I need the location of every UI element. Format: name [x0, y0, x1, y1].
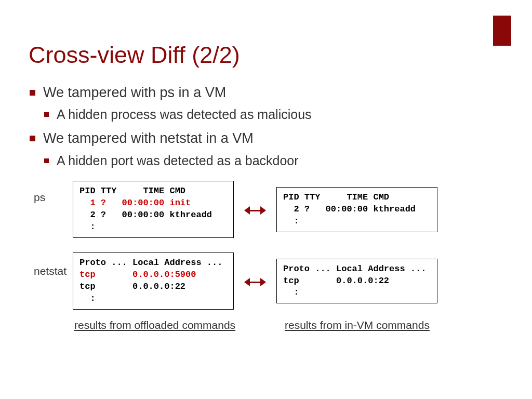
bullet-1: We tampered with ps in a VM A hidden pro… — [29, 83, 506, 124]
netstat-row: netstat Proto ... Local Address ... tcp … — [29, 252, 506, 310]
subbullets-2: A hidden port was detected as a backdoor — [43, 152, 506, 170]
accent-block — [493, 16, 511, 46]
bullet-1-text: We tampered with ps in a VM — [43, 85, 226, 100]
slide-title: Cross-view Diff (2/2) — [29, 42, 506, 69]
ps-right-header: PID TTY TIME CMD — [283, 192, 389, 202]
net-left-line1a: tcp — [79, 270, 96, 280]
bullet-2-text: We tampered with netstat in a VM — [43, 130, 254, 146]
netstat-left-box: Proto ... Local Address ... tcp 0.0.0.0:… — [73, 252, 234, 310]
captions-row: results from offloaded commands results … — [74, 319, 506, 331]
double-arrow-icon — [244, 202, 266, 217]
caption-left: results from offloaded commands — [74, 319, 259, 331]
caption-right: results from in-VM commands — [285, 319, 430, 331]
net-left-header: Proto ... Local Address ... — [79, 258, 222, 268]
netstat-group: Proto ... Local Address ... tcp 0.0.0.0:… — [73, 252, 437, 310]
netstat-right-box: Proto ... Local Address ... tcp 0.0.0.0:… — [276, 259, 437, 304]
net-right-line2: : — [283, 287, 299, 297]
subbullet-1a: A hidden process was detected as malicio… — [43, 106, 506, 124]
ps-left-box: PID TTY TIME CMD 1 ? 00:00:00 init 2 ? 0… — [73, 181, 234, 238]
net-left-line1b: 0.0.0.0:5900 — [96, 270, 196, 280]
slide: Cross-view Diff (2/2) We tampered with p… — [0, 0, 532, 331]
net-left-line2: tcp 0.0.0.0:22 — [79, 282, 185, 291]
double-arrow-icon — [244, 273, 266, 289]
ps-left-line1: 1 ? 00:00:00 init — [79, 198, 191, 208]
subbullets-1: A hidden process was detected as malicio… — [43, 106, 506, 124]
ps-row: ps PID TTY TIME CMD 1 ? 00:00:00 init 2 … — [29, 181, 506, 238]
subbullet-2a: A hidden port was detected as a backdoor — [43, 152, 506, 170]
ps-left-header: PID TTY TIME CMD — [79, 186, 185, 196]
ps-right-line2: : — [283, 216, 299, 226]
ps-group: PID TTY TIME CMD 1 ? 00:00:00 init 2 ? 0… — [73, 181, 437, 238]
net-left-line3: : — [79, 294, 96, 303]
ps-right-line1: 2 ? 00:00:00 kthreadd — [283, 204, 416, 214]
ps-left-line3: : — [79, 222, 96, 232]
netstat-label: netstat — [29, 252, 73, 277]
net-right-line1: tcp 0.0.0.0:22 — [283, 276, 389, 286]
bullet-list: We tampered with ps in a VM A hidden pro… — [29, 83, 506, 169]
bullet-2: We tampered with netstat in a VM A hidde… — [29, 129, 506, 169]
ps-right-box: PID TTY TIME CMD 2 ? 00:00:00 kthreadd : — [276, 187, 437, 232]
ps-left-line2: 2 ? 00:00:00 kthreadd — [79, 210, 212, 220]
net-right-header: Proto ... Local Address ... — [283, 264, 426, 274]
ps-label: ps — [29, 181, 73, 204]
